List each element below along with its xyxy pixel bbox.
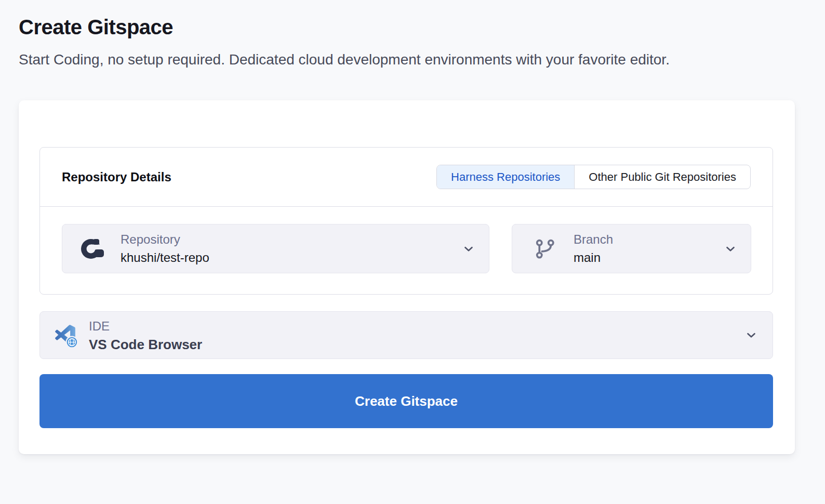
chevron-down-icon [744,328,758,342]
repository-branch-row: Repository khushi/test-repo [40,207,773,294]
repository-source-tabs: Harness Repositories Other Public Git Re… [436,165,751,189]
repository-details-title: Repository Details [62,170,171,184]
branch-select[interactable]: Branch main [512,224,751,273]
repository-details-header: Repository Details Harness Repositories … [40,148,773,207]
harness-repo-icon [80,236,105,261]
ide-field-label: IDE [89,319,202,334]
branch-field-text: Branch main [574,232,613,266]
globe-badge [66,337,77,348]
tab-other-public-git-repositories-label: Other Public Git Repositories [589,170,736,184]
ide-field-text: IDE VS Code Browser [89,319,202,352]
ide-field-value: VS Code Browser [89,337,202,352]
page-subtitle: Start Coding, no setup required. Dedicat… [19,48,762,71]
vscode-browser-icon [54,322,79,348]
create-gitspace-page: Create Gitspace Start Coding, no setup r… [0,0,825,504]
page-title: Create Gitspace [19,16,806,39]
repository-field-value: khushi/test-repo [121,250,209,266]
branch-field-value: main [574,250,613,266]
repository-details-section: Repository Details Harness Repositories … [39,147,773,295]
git-branch-icon [534,237,557,260]
ide-select[interactable]: IDE VS Code Browser [39,311,773,359]
tab-harness-repositories[interactable]: Harness Repositories [437,165,574,189]
branch-field-label: Branch [574,232,613,247]
repository-select[interactable]: Repository khushi/test-repo [62,224,489,273]
repository-field-label: Repository [121,232,209,247]
tab-harness-repositories-label: Harness Repositories [451,170,560,184]
tab-other-public-git-repositories[interactable]: Other Public Git Repositories [574,165,750,189]
create-gitspace-button[interactable]: Create Gitspace [39,374,773,428]
repository-field-text: Repository khushi/test-repo [121,232,209,266]
gitspace-form-card: Repository Details Harness Repositories … [19,100,795,454]
chevron-down-icon [724,242,737,256]
chevron-down-icon [462,242,475,256]
